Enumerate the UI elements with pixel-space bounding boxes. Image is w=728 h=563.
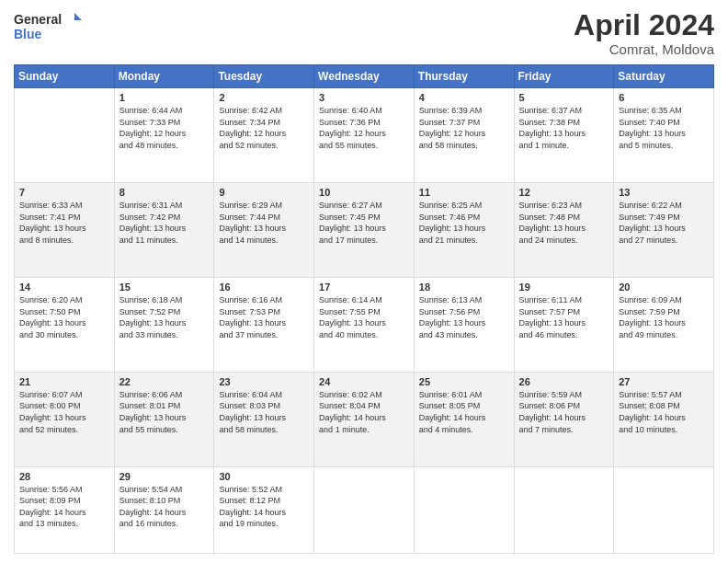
day-header: Tuesday [214,65,314,88]
calendar-cell [314,466,415,553]
day-number: 15 [119,282,210,293]
day-number: 30 [219,471,309,482]
calendar-cell: 10Sunrise: 6:27 AMSunset: 7:45 PMDayligh… [314,183,415,278]
subtitle: Comrat, Moldova [574,41,714,57]
calendar-cell: 12Sunrise: 6:23 AMSunset: 7:48 PMDayligh… [514,183,614,278]
day-number: 7 [19,187,109,198]
calendar-cell: 20Sunrise: 6:09 AMSunset: 7:59 PMDayligh… [614,277,714,372]
day-number: 28 [19,471,109,482]
day-number: 24 [319,376,409,387]
day-number: 5 [519,92,609,103]
day-info: Sunrise: 6:16 AMSunset: 7:53 PMDaylight:… [219,294,309,340]
day-info: Sunrise: 6:39 AMSunset: 7:37 PMDaylight:… [419,105,509,151]
day-info: Sunrise: 5:57 AMSunset: 8:08 PMDaylight:… [619,389,709,435]
svg-text:General: General [14,12,62,27]
day-number: 21 [19,376,109,387]
day-info: Sunrise: 6:42 AMSunset: 7:34 PMDaylight:… [219,105,309,151]
day-number: 22 [119,376,210,387]
calendar-cell: 8Sunrise: 6:31 AMSunset: 7:42 PMDaylight… [114,183,214,278]
calendar-cell: 6Sunrise: 6:35 AMSunset: 7:40 PMDaylight… [614,88,714,183]
day-number: 23 [219,376,309,387]
calendar-cell [514,466,614,553]
day-info: Sunrise: 6:44 AMSunset: 7:33 PMDaylight:… [119,105,210,151]
day-header: Friday [514,65,614,88]
day-number: 1 [119,92,210,103]
calendar-cell: 27Sunrise: 5:57 AMSunset: 8:08 PMDayligh… [614,372,714,466]
calendar-cell [414,466,514,553]
day-number: 12 [519,187,609,198]
calendar-cell: 13Sunrise: 6:22 AMSunset: 7:49 PMDayligh… [614,183,714,278]
calendar-cell: 2Sunrise: 6:42 AMSunset: 7:34 PMDaylight… [214,88,314,183]
calendar-cell: 19Sunrise: 6:11 AMSunset: 7:57 PMDayligh… [514,277,614,372]
calendar-table: SundayMondayTuesdayWednesdayThursdayFrid… [14,64,714,554]
day-number: 3 [319,92,409,103]
day-header: Wednesday [314,65,415,88]
calendar-cell: 22Sunrise: 6:06 AMSunset: 8:01 PMDayligh… [114,372,214,466]
day-info: Sunrise: 5:52 AMSunset: 8:12 PMDaylight:… [219,484,309,530]
day-number: 14 [19,282,109,293]
day-number: 13 [619,187,709,198]
calendar-cell: 17Sunrise: 6:14 AMSunset: 7:55 PMDayligh… [314,277,415,372]
day-number: 29 [119,471,210,482]
calendar-week-row: 7Sunrise: 6:33 AMSunset: 7:41 PMDaylight… [15,183,714,278]
logo-svg: General Blue [14,9,87,46]
calendar-week-row: 28Sunrise: 5:56 AMSunset: 8:09 PMDayligh… [15,466,714,553]
calendar-cell: 21Sunrise: 6:07 AMSunset: 8:00 PMDayligh… [15,372,115,466]
day-number: 26 [519,376,609,387]
calendar-cell: 4Sunrise: 6:39 AMSunset: 7:37 PMDaylight… [414,88,514,183]
day-number: 9 [219,187,309,198]
calendar-week-row: 1Sunrise: 6:44 AMSunset: 7:33 PMDaylight… [15,88,714,183]
day-info: Sunrise: 6:20 AMSunset: 7:50 PMDaylight:… [19,294,109,340]
calendar-cell: 11Sunrise: 6:25 AMSunset: 7:46 PMDayligh… [414,183,514,278]
day-number: 16 [219,282,309,293]
calendar-cell: 30Sunrise: 5:52 AMSunset: 8:12 PMDayligh… [214,466,314,553]
day-info: Sunrise: 6:11 AMSunset: 7:57 PMDaylight:… [519,294,609,340]
calendar-cell: 28Sunrise: 5:56 AMSunset: 8:09 PMDayligh… [15,466,115,553]
svg-marker-1 [74,13,82,20]
day-info: Sunrise: 5:54 AMSunset: 8:10 PMDaylight:… [119,484,210,530]
day-info: Sunrise: 6:35 AMSunset: 7:40 PMDaylight:… [619,105,709,151]
day-info: Sunrise: 6:02 AMSunset: 8:04 PMDaylight:… [319,389,409,435]
calendar-header-row: SundayMondayTuesdayWednesdayThursdayFrid… [15,65,714,88]
calendar-cell: 16Sunrise: 6:16 AMSunset: 7:53 PMDayligh… [214,277,314,372]
day-number: 6 [619,92,709,103]
calendar-week-row: 21Sunrise: 6:07 AMSunset: 8:00 PMDayligh… [15,372,714,466]
day-info: Sunrise: 6:25 AMSunset: 7:46 PMDaylight:… [419,200,509,246]
calendar-cell: 3Sunrise: 6:40 AMSunset: 7:36 PMDaylight… [314,88,415,183]
calendar-cell: 9Sunrise: 6:29 AMSunset: 7:44 PMDaylight… [214,183,314,278]
day-header: Thursday [414,65,514,88]
day-info: Sunrise: 6:18 AMSunset: 7:52 PMDaylight:… [119,294,210,340]
day-number: 4 [419,92,509,103]
calendar-cell: 23Sunrise: 6:04 AMSunset: 8:03 PMDayligh… [214,372,314,466]
day-number: 20 [619,282,709,293]
day-info: Sunrise: 6:29 AMSunset: 7:44 PMDaylight:… [219,200,309,246]
day-number: 11 [419,187,509,198]
title-area: April 2024 Comrat, Moldova [574,9,714,57]
calendar-cell: 15Sunrise: 6:18 AMSunset: 7:52 PMDayligh… [114,277,214,372]
day-number: 19 [519,282,609,293]
main-title: April 2024 [574,9,714,41]
calendar-cell [614,466,714,553]
day-info: Sunrise: 6:40 AMSunset: 7:36 PMDaylight:… [319,105,409,151]
calendar-week-row: 14Sunrise: 6:20 AMSunset: 7:50 PMDayligh… [15,277,714,372]
day-number: 8 [119,187,210,198]
calendar-cell: 14Sunrise: 6:20 AMSunset: 7:50 PMDayligh… [15,277,115,372]
day-info: Sunrise: 5:56 AMSunset: 8:09 PMDaylight:… [19,484,109,530]
day-number: 18 [419,282,509,293]
day-info: Sunrise: 6:13 AMSunset: 7:56 PMDaylight:… [419,294,509,340]
logo: General Blue [14,9,87,46]
svg-text:Blue: Blue [14,27,42,41]
calendar-cell [15,88,115,183]
day-header: Monday [114,65,214,88]
day-info: Sunrise: 6:37 AMSunset: 7:38 PMDaylight:… [519,105,609,151]
day-info: Sunrise: 6:27 AMSunset: 7:45 PMDaylight:… [319,200,409,246]
calendar-cell: 1Sunrise: 6:44 AMSunset: 7:33 PMDaylight… [114,88,214,183]
calendar-cell: 5Sunrise: 6:37 AMSunset: 7:38 PMDaylight… [514,88,614,183]
header: General Blue April 2024 Comrat, Moldova [14,9,714,57]
day-info: Sunrise: 5:59 AMSunset: 8:06 PMDaylight:… [519,389,609,435]
day-info: Sunrise: 6:04 AMSunset: 8:03 PMDaylight:… [219,389,309,435]
day-number: 10 [319,187,409,198]
day-number: 27 [619,376,709,387]
day-info: Sunrise: 6:01 AMSunset: 8:05 PMDaylight:… [419,389,509,435]
calendar-cell: 26Sunrise: 5:59 AMSunset: 8:06 PMDayligh… [514,372,614,466]
